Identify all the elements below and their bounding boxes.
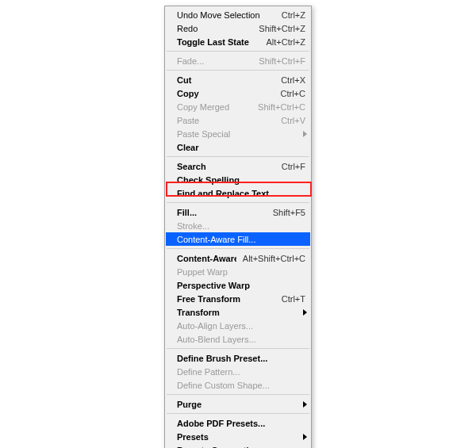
menu-separator	[167, 70, 309, 71]
menu-item-shortcut: Shift+Ctrl+F	[252, 56, 305, 66]
menu-item-label: Toggle Last State	[177, 37, 259, 47]
menu-item-label: Fade...	[177, 56, 252, 66]
menu-item-auto-align-layers: Auto-Align Layers...	[166, 319, 310, 332]
menu-item-label: Copy Merged	[177, 102, 251, 112]
menu-item-shortcut: Ctrl+C	[274, 89, 305, 98]
menu-item-label: Auto-Align Layers...	[177, 321, 305, 331]
menu-item-define-custom-shape: Define Custom Shape...	[166, 378, 310, 392]
menu-item-shortcut: Shift+Ctrl+Z	[252, 24, 305, 33]
menu-item-label: Free Transform	[177, 294, 275, 304]
menu-item-label: Remote Connections...	[177, 446, 305, 449]
menu-item-label: Content-Aware Fill...	[177, 235, 305, 244]
menu-item-auto-blend-layers: Auto-Blend Layers...	[166, 332, 310, 346]
menu-separator	[167, 413, 309, 414]
menu-item-label: Redo	[177, 24, 252, 33]
menu-item-perspective-warp[interactable]: Perspective Warp	[166, 278, 310, 292]
menu-item-label: Transform	[177, 308, 305, 317]
menu-item-label: Clear	[177, 143, 305, 152]
menu-item-label: Content-Aware Scale	[177, 254, 236, 263]
menu-item-content-aware-fill[interactable]: Content-Aware Fill...	[166, 232, 310, 246]
menu-separator	[167, 202, 309, 203]
menu-item-find-and-replace-text[interactable]: Find and Replace Text...	[166, 186, 310, 200]
menu-item-label: Purge	[177, 400, 305, 409]
menu-item-search[interactable]: SearchCtrl+F	[166, 159, 310, 173]
menu-item-shortcut: Alt+Shift+Ctrl+C	[236, 254, 305, 263]
menu-item-fade: Fade...Shift+Ctrl+F	[166, 54, 310, 67]
menu-item-shortcut: Ctrl+V	[274, 116, 305, 125]
menu-item-shortcut: Ctrl+T	[275, 294, 305, 304]
menu-item-label: Paste Special	[177, 129, 305, 139]
menu-item-label: Puppet Warp	[177, 267, 305, 277]
menu-item-purge[interactable]: Purge	[166, 397, 310, 411]
edit-menu: Undo Move SelectionCtrl+ZRedoShift+Ctrl+…	[164, 6, 312, 448]
menu-item-adobe-pdf-presets[interactable]: Adobe PDF Presets...	[166, 416, 310, 430]
menu-item-label: Adobe PDF Presets...	[177, 419, 305, 428]
menu-item-shortcut: Shift+F5	[267, 208, 305, 217]
menu-item-list: Undo Move SelectionCtrl+ZRedoShift+Ctrl+…	[165, 6, 311, 448]
menu-item-remote-connections[interactable]: Remote Connections...	[166, 443, 310, 448]
menu-item-toggle-last-state[interactable]: Toggle Last StateAlt+Ctrl+Z	[166, 35, 310, 48]
menu-item-puppet-warp: Puppet Warp	[166, 265, 310, 278]
submenu-arrow-icon	[303, 401, 307, 408]
menu-item-clear[interactable]: Clear	[166, 140, 310, 154]
menu-item-label: Search	[177, 162, 275, 171]
menu-item-define-brush-preset[interactable]: Define Brush Preset...	[166, 351, 310, 365]
menu-item-paste-special: Paste Special	[166, 127, 310, 140]
menu-item-paste: PasteCtrl+V	[166, 113, 310, 127]
menu-separator	[167, 248, 309, 249]
submenu-arrow-icon	[303, 131, 307, 137]
menu-item-label: Define Pattern...	[177, 367, 305, 377]
menu-item-shortcut: Ctrl+X	[274, 75, 305, 85]
menu-item-free-transform[interactable]: Free TransformCtrl+T	[166, 292, 310, 305]
menu-item-label: Check Spelling...	[177, 175, 305, 185]
menu-item-label: Auto-Blend Layers...	[177, 335, 305, 344]
menu-item-redo[interactable]: RedoShift+Ctrl+Z	[166, 21, 310, 35]
menu-item-shortcut: Ctrl+Z	[275, 10, 305, 20]
menu-item-copy[interactable]: CopyCtrl+C	[166, 86, 310, 100]
menu-item-copy-merged: Copy MergedShift+Ctrl+C	[166, 100, 310, 113]
menu-separator	[167, 156, 309, 157]
menu-item-stroke: Stroke...	[166, 219, 310, 232]
menu-item-content-aware-scale[interactable]: Content-Aware ScaleAlt+Shift+Ctrl+C	[166, 251, 310, 265]
menu-item-label: Undo Move Selection	[177, 10, 275, 20]
menu-item-label: Define Custom Shape...	[177, 381, 305, 390]
menu-item-label: Cut	[177, 75, 274, 85]
menu-item-shortcut: Ctrl+F	[275, 162, 305, 171]
menu-item-label: Copy	[177, 89, 274, 98]
menu-item-label: Define Brush Preset...	[177, 354, 305, 363]
menu-item-label: Stroke...	[177, 221, 305, 231]
menu-item-transform[interactable]: Transform	[166, 305, 310, 319]
menu-item-label: Presets	[177, 432, 305, 442]
menu-item-cut[interactable]: CutCtrl+X	[166, 73, 310, 86]
menu-item-undo-move-selection[interactable]: Undo Move SelectionCtrl+Z	[166, 8, 310, 21]
submenu-arrow-icon	[303, 434, 307, 440]
menu-item-label: Paste	[177, 116, 274, 125]
menu-item-define-pattern: Define Pattern...	[166, 365, 310, 378]
menu-separator	[167, 394, 309, 395]
menu-separator	[167, 51, 309, 52]
menu-item-label: Fill...	[177, 208, 267, 217]
menu-item-label: Find and Replace Text...	[177, 189, 305, 198]
menu-item-fill[interactable]: Fill...Shift+F5	[166, 205, 310, 219]
menu-item-shortcut: Alt+Ctrl+Z	[259, 37, 305, 47]
menu-separator	[167, 348, 309, 349]
menu-item-shortcut: Shift+Ctrl+C	[251, 102, 305, 112]
menu-item-label: Perspective Warp	[177, 281, 305, 290]
submenu-arrow-icon	[303, 309, 307, 316]
menu-item-check-spelling[interactable]: Check Spelling...	[166, 173, 310, 186]
menu-item-presets[interactable]: Presets	[166, 430, 310, 443]
